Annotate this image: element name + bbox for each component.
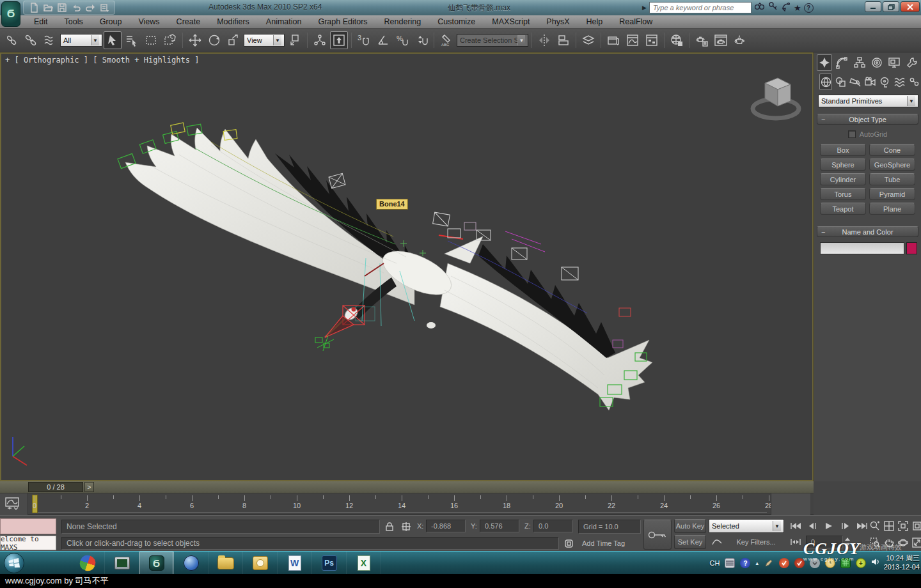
menu-customize[interactable]: Customize [429,15,484,29]
select-object-icon[interactable] [104,31,122,49]
layer-manager-icon[interactable] [579,31,597,49]
mirror-icon[interactable] [535,31,553,49]
absolute-mode-icon[interactable] [399,520,413,534]
viewport[interactable]: + [ Orthographic ] [ Smooth + Highlights… [0,52,814,481]
window-crossing-icon[interactable] [161,31,179,49]
next-frame-icon[interactable] [838,519,853,533]
menu-modifiers[interactable]: Modifiers [209,15,258,29]
maxscript-mini-listener-pink[interactable] [0,518,56,534]
object-type-cone[interactable]: Cone [869,144,915,156]
curve-editor-icon[interactable] [624,31,642,49]
add-time-tag[interactable]: Add Time Tag [578,537,641,550]
subtab-helpers[interactable] [879,74,892,90]
object-type-torus[interactable]: Torus [820,188,866,200]
subtab-shapes[interactable] [834,74,847,90]
select-and-scale-icon[interactable] [224,31,242,49]
network-grid-icon[interactable] [840,558,851,568]
tab-hierarchy[interactable] [852,54,867,71]
object-color-swatch[interactable] [906,242,917,254]
y-coord-field[interactable]: 0.576 [480,520,519,532]
menu-help[interactable]: Help [578,15,611,29]
keyboard-icon[interactable] [725,558,735,568]
auto-key-button[interactable]: Auto Key [674,519,706,533]
isolate-selection-icon[interactable] [562,536,576,550]
select-and-link-icon[interactable] [3,31,20,49]
language-indicator[interactable]: CH [710,559,720,567]
show-hidden-icons-icon[interactable]: ▴ [755,560,759,566]
object-type-sphere[interactable]: Sphere [820,159,866,171]
menu-views[interactable]: Views [130,15,168,29]
new-file-icon[interactable] [29,3,39,13]
menu-tools[interactable]: Tools [56,15,91,29]
pen-tray-icon[interactable] [764,558,774,568]
select-and-rotate-icon[interactable] [205,31,223,49]
render-production-icon[interactable] [731,31,749,49]
autogrid-checkbox[interactable] [848,130,856,138]
update-tray-icon[interactable] [810,558,820,568]
object-type-plane[interactable]: Plane [869,203,915,215]
primitive-category-dropdown[interactable]: Standard Primitives▼ [818,95,918,107]
undo-icon[interactable] [71,3,81,13]
object-name-field[interactable] [820,242,904,254]
zoom-extents-all-icon[interactable] [911,518,921,534]
infocenter-expand-icon[interactable]: ▶ [642,4,647,11]
material-editor-icon[interactable] [668,31,686,49]
favorites-star-icon[interactable]: ★ [794,3,801,13]
orbit-icon[interactable] [897,535,909,550]
frame-ruler[interactable]: 0246810121416182022242628 [28,493,771,515]
zoom-all-icon[interactable] [883,518,895,534]
redo-icon[interactable] [85,3,95,13]
open-mini-curve-editor-button[interactable] [3,495,22,514]
select-and-move-icon[interactable] [186,31,204,49]
subtab-lights[interactable] [849,74,862,90]
percent-snap-icon[interactable]: % [393,31,411,49]
object-type-rollout-header[interactable]: − Object Type [817,114,918,125]
menu-physx[interactable]: PhysX [538,15,578,29]
antivirus-shield-icon-1[interactable] [779,558,789,568]
time-slider-readout[interactable]: 0 / 28 [28,482,83,492]
key-filter-mode-dropdown[interactable]: Selected▼ [709,519,784,533]
frame-spinner[interactable] [844,536,851,548]
taskbar-photoshop[interactable]: Ps [312,552,347,575]
taskbar-excel[interactable]: X [347,552,381,575]
manage-containers-icon[interactable] [604,31,622,49]
play-icon[interactable] [821,519,837,533]
subtab-cameras[interactable] [863,74,876,90]
edit-named-selection-sets-icon[interactable]: ABC [437,31,455,49]
infocenter-search-input[interactable] [649,2,752,13]
object-type-pyramid[interactable]: Pyramid [869,188,915,200]
menu-create[interactable]: Create [168,15,209,29]
antivirus-shield-icon-2[interactable] [794,558,805,568]
object-type-teapot[interactable]: Teapot [820,203,866,215]
key-mode-toggle-icon[interactable] [788,535,803,549]
taskbar-explorer[interactable] [209,552,243,575]
schematic-view-icon[interactable] [643,31,661,49]
minimize-button[interactable] [865,1,881,12]
tab-modify[interactable] [834,54,849,71]
subtab-space-warps[interactable] [893,74,906,90]
menu-group[interactable]: Group [91,15,130,29]
zoom-region-icon[interactable] [869,535,881,550]
name-and-color-rollout-header[interactable]: − Name and Color [817,226,918,237]
selection-filter-dropdown[interactable]: All▼ [60,34,102,47]
selection-lock-icon[interactable] [382,520,397,534]
tab-create[interactable] [817,54,832,71]
render-setup-icon[interactable] [693,31,711,49]
go-to-end-icon[interactable] [854,519,870,533]
next-frame-arrow-button[interactable]: > [84,482,94,492]
taskbar-colorful-app[interactable] [70,552,105,575]
help-tray-icon[interactable]: ? [740,558,750,568]
bind-to-space-warp-icon[interactable] [41,31,59,49]
zoom-extents-icon[interactable] [897,518,909,534]
current-frame-field[interactable]: 0 [806,536,843,548]
key-filters-button[interactable]: Key Filters... [728,535,784,549]
taskbar-clock[interactable]: 10:24 周三 2013-12-04 [880,553,920,571]
taskbar-3dsmax-active[interactable]: Ϭ [139,552,174,575]
maximize-viewport-icon[interactable] [911,535,921,550]
clock-tray-icon[interactable] [825,558,835,568]
menu-rendering[interactable]: Rendering [376,15,430,29]
taskbar-outlook[interactable] [243,552,278,575]
set-key-button[interactable]: Set Key [674,535,706,549]
subtab-systems[interactable] [908,74,921,90]
menu-animation[interactable]: Animation [258,15,310,29]
